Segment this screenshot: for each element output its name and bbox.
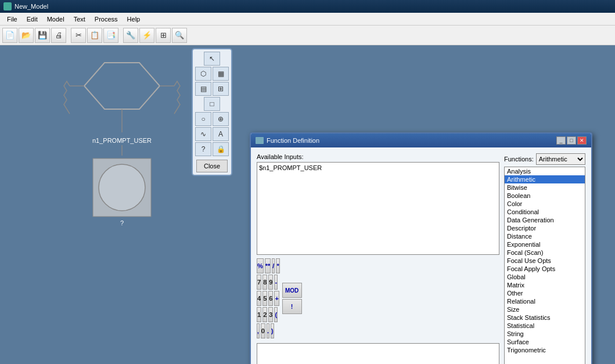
tool-grid[interactable]: ▦ [213, 67, 229, 81]
func-descriptor[interactable]: Descriptor [505, 224, 585, 232]
functions-label: Functions: [504, 156, 534, 163]
tool-box2[interactable]: ⊞ [213, 82, 229, 96]
calc-8[interactable]: 8 [262, 275, 267, 290]
print-button[interactable]: 🖨 [51, 28, 66, 43]
func-global[interactable]: Global [505, 273, 585, 281]
tool-question[interactable]: ? [195, 142, 211, 156]
new-button[interactable]: 📄 [2, 28, 17, 43]
menu-bar: File Edit Model Text Process Help [0, 13, 615, 26]
calc-4[interactable]: 4 [257, 291, 261, 306]
calc-power[interactable]: ** [265, 258, 271, 273]
tool-curve[interactable]: ∿ [195, 127, 211, 141]
calc-dot[interactable]: . [267, 323, 269, 338]
func-other[interactable]: Other [505, 289, 585, 297]
calculator-area: % ** / * 7 8 9 - [257, 258, 499, 338]
func-color[interactable]: Color [505, 200, 585, 208]
menu-model[interactable]: Model [42, 15, 69, 24]
calc-close-paren[interactable]: ) [271, 323, 274, 338]
func-trigonometric[interactable]: Trigonometric [505, 346, 585, 354]
tool-table[interactable]: ▤ [195, 82, 211, 96]
calc-comma[interactable]: , [257, 323, 260, 338]
func-focal-apply-opts[interactable]: Focal Apply Opts [505, 265, 585, 273]
func-data-generation[interactable]: Data Generation [505, 216, 585, 224]
zoom-button[interactable]: ⊞ [156, 28, 171, 43]
functions-header: Functions: Arithmetic Analysis Bitwise B… [504, 153, 585, 165]
func-statistical[interactable]: Statistical [505, 322, 585, 330]
title-text: New_Model [15, 3, 48, 10]
calc-1[interactable]: 1 [257, 307, 261, 322]
function-definition-dialog: Function Definition _ □ ✕ Available Inpu… [250, 132, 592, 364]
func-matrix[interactable]: Matrix [505, 281, 585, 289]
select-tool[interactable]: ↖ [204, 52, 220, 66]
calc-percent[interactable]: % [257, 258, 264, 273]
functions-list[interactable]: Analysis Arithmetic Bitwise Boolean Colo… [504, 167, 585, 364]
calc-mod[interactable]: MOD [282, 283, 302, 298]
calc-5[interactable]: 5 [262, 291, 267, 306]
calc-main: % ** / * 7 8 9 - [257, 258, 280, 338]
calc-plus[interactable]: + [274, 291, 279, 306]
run-button[interactable]: ⚡ [139, 28, 154, 43]
canvas[interactable]: n1_PROMPT_USER ? ↖ ⬡ ▦ ▤ ⊞ □ [0, 45, 615, 364]
func-exponential[interactable]: Exponential [505, 240, 585, 248]
calc-minus[interactable]: - [274, 275, 278, 290]
calc-6[interactable]: 6 [268, 291, 273, 306]
calc-divide[interactable]: / [272, 258, 275, 273]
maximize-button[interactable]: □ [567, 136, 576, 145]
input-item-1[interactable]: $n1_PROMPT_USER [259, 164, 497, 171]
svg-point-7 [99, 164, 145, 211]
cut-button[interactable]: ✂ [71, 28, 86, 43]
calc-multiply[interactable]: * [276, 258, 279, 273]
calc-2[interactable]: 2 [262, 307, 267, 322]
func-focal-scan[interactable]: Focal (Scan) [505, 248, 585, 257]
menu-text[interactable]: Text [69, 15, 90, 24]
tools-button[interactable]: 🔧 [123, 28, 138, 43]
expression-textarea[interactable] [257, 343, 499, 364]
menu-help[interactable]: Help [123, 15, 145, 24]
tool-circle[interactable]: ○ [195, 112, 211, 126]
calc-7[interactable]: 7 [257, 275, 261, 290]
calc-factorial[interactable]: ! [282, 299, 302, 314]
open-button[interactable]: 📂 [19, 28, 34, 43]
title-bar: New_Model [0, 0, 615, 13]
copy-button[interactable]: 📋 [87, 28, 102, 43]
paste-button[interactable]: 📑 [103, 28, 118, 43]
search-button[interactable]: 🔍 [172, 28, 187, 43]
tool-lock[interactable]: 🔒 [213, 142, 229, 156]
func-size[interactable]: Size [505, 305, 585, 313]
dialog-close-button[interactable]: ✕ [577, 136, 587, 145]
calc-0[interactable]: 0 [261, 323, 265, 338]
func-surface[interactable]: Surface [505, 338, 585, 346]
toolbox-row-4: □ [204, 97, 220, 111]
menu-file[interactable]: File [2, 15, 22, 24]
func-relational[interactable]: Relational [505, 297, 585, 305]
tool-hex[interactable]: ⬡ [195, 67, 211, 81]
available-inputs-box[interactable]: $n1_PROMPT_USER [257, 162, 499, 255]
menu-edit[interactable]: Edit [22, 15, 42, 24]
calc-row-4: 1 2 3 ( [257, 307, 280, 322]
func-arithmetic[interactable]: Arithmetic [505, 175, 585, 183]
func-conditional[interactable]: Conditional [505, 208, 585, 216]
calc-side: MOD ! [282, 258, 302, 338]
func-analysis[interactable]: Analysis [505, 167, 585, 175]
calc-9[interactable]: 9 [268, 275, 273, 290]
svg-text:n1_PROMPT_USER: n1_PROMPT_USER [92, 137, 152, 144]
func-string[interactable]: String [505, 330, 585, 338]
minimize-button[interactable]: _ [556, 136, 566, 145]
toolbox-close-button[interactable]: Close [196, 160, 228, 172]
tool-target[interactable]: ⊕ [213, 112, 229, 126]
func-bitwise[interactable]: Bitwise [505, 183, 585, 192]
tool-rect[interactable]: □ [204, 97, 220, 111]
func-stack-statistics[interactable]: Stack Statistics [505, 313, 585, 322]
toolbox-row-6: ∿ A [195, 127, 229, 141]
dialog-content: Available Inputs: $n1_PROMPT_USER % [251, 147, 591, 364]
app-icon [3, 2, 12, 10]
calc-open-paren[interactable]: ( [274, 307, 278, 322]
func-distance[interactable]: Distance [505, 232, 585, 240]
func-focal-use-opts[interactable]: Focal Use Opts [505, 257, 585, 265]
save-button[interactable]: 💾 [35, 28, 50, 43]
calc-3[interactable]: 3 [268, 307, 273, 322]
tool-text[interactable]: A [213, 127, 229, 141]
func-boolean[interactable]: Boolean [505, 192, 585, 200]
menu-process[interactable]: Process [90, 15, 123, 24]
functions-dropdown[interactable]: Arithmetic Analysis Bitwise Boolean [536, 153, 585, 165]
